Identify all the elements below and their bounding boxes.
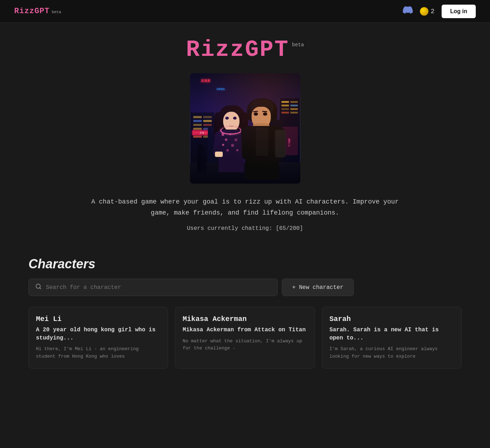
navbar: RizzGPT beta 2 Log in bbox=[0, 0, 490, 23]
svg-line-1 bbox=[39, 288, 41, 289]
hero-description: A chat-based game where your goal is to … bbox=[85, 196, 405, 218]
hero-status: Users currently chatting: [65/200] bbox=[187, 225, 303, 232]
hero-title-wrapper: RizzGPT beta bbox=[186, 37, 304, 63]
character-card-1[interactable]: Mikasa Ackerman Mikasa Ackerman from Att… bbox=[175, 307, 315, 368]
character-card-desc-0: Hi there, I'm Mei Li - an engineering st… bbox=[36, 346, 160, 360]
search-row: + New character bbox=[28, 279, 462, 296]
character-card-2[interactable]: Sarah Sarah. Sarah is a new AI that is o… bbox=[322, 307, 462, 368]
character-card-0[interactable]: Mei Li A 20 year old hong kong girl who … bbox=[28, 307, 168, 368]
neon-sign-2: OPEN bbox=[217, 88, 225, 91]
nav-logo-beta: beta bbox=[52, 10, 61, 14]
character-card-name-2: Sarah bbox=[330, 315, 454, 323]
character-card-desc-2: I'm Sarah, a curious AI engineer always … bbox=[330, 346, 454, 360]
coin-count: 2 bbox=[431, 8, 434, 15]
characters-group bbox=[210, 95, 281, 184]
hero-image-canvas: 店舗 ラーメン bbox=[190, 73, 300, 184]
new-character-button[interactable]: + New character bbox=[282, 279, 354, 296]
neon-sign-1: 居酒屋 bbox=[201, 79, 210, 83]
search-input[interactable] bbox=[46, 284, 271, 291]
hero-title: RizzGPT bbox=[186, 37, 289, 63]
bg-person-2 bbox=[201, 152, 206, 173]
characters-title: Characters bbox=[28, 257, 462, 272]
coin-icon bbox=[420, 7, 428, 16]
character-card-title-2: Sarah. Sarah is a new AI that is open to… bbox=[330, 326, 454, 342]
character-card-title-0: A 20 year old hong kong girl who is stud… bbox=[36, 326, 160, 342]
character-card-name-1: Mikasa Ackerman bbox=[183, 315, 307, 323]
search-box bbox=[28, 279, 278, 296]
nav-logo: RizzGPT beta bbox=[14, 7, 61, 16]
nav-logo-text: RizzGPT bbox=[14, 7, 49, 16]
character-cards-grid: Mei Li A 20 year old hong kong girl who … bbox=[28, 307, 462, 368]
character-card-name-0: Mei Li bbox=[36, 315, 160, 323]
login-button[interactable]: Log in bbox=[442, 5, 476, 18]
male-character bbox=[245, 98, 281, 184]
hero-image: 店舗 ラーメン bbox=[190, 73, 300, 184]
characters-section: Characters + New character Mei Li A 20 y… bbox=[0, 257, 490, 390]
search-icon bbox=[35, 283, 42, 291]
hero-section: RizzGPT beta bbox=[0, 23, 490, 257]
hero-beta-badge: beta bbox=[292, 42, 304, 48]
discord-icon[interactable] bbox=[403, 5, 413, 17]
character-card-desc-1: No matter what the situation, I'm always… bbox=[183, 338, 307, 353]
character-card-title-1: Mikasa Ackerman from Attack on Titan bbox=[183, 326, 307, 334]
coin-wrapper: 2 bbox=[420, 7, 434, 16]
nav-right: 2 Log in bbox=[403, 5, 476, 18]
